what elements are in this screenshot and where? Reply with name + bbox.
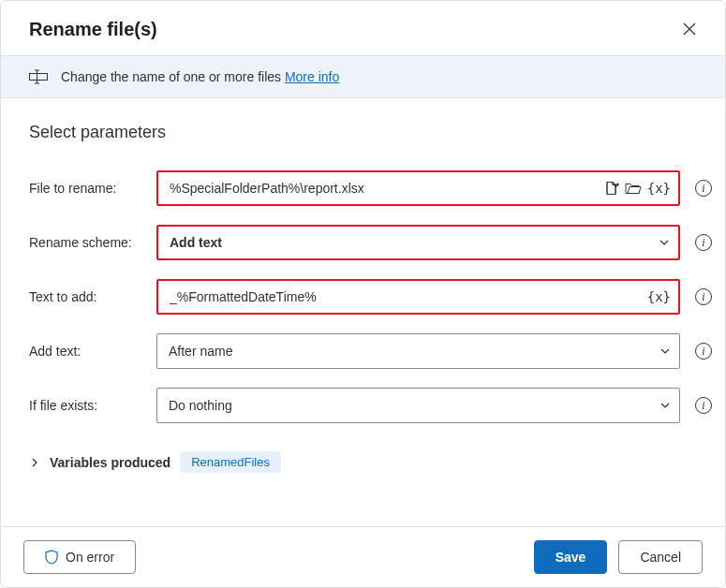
section-heading: Select parameters (29, 123, 697, 142)
close-icon (683, 22, 696, 36)
dialog-title: Rename file(s) (29, 19, 157, 40)
chevron-right-icon (29, 457, 40, 468)
field-label: Text to add: (29, 289, 147, 304)
dialog-footer: On error Save Cancel (1, 526, 725, 587)
field-text-to-add: Text to add: _%FormattedDateTime% {x} i (29, 279, 712, 315)
titlebar: Rename file(s) (1, 1, 725, 55)
field-file-to-rename: File to rename: %SpecialFolderPath%\repo… (29, 170, 712, 206)
save-button[interactable]: Save (534, 540, 608, 574)
field-label: If file exists: (29, 398, 147, 413)
on-error-button[interactable]: On error (23, 540, 136, 574)
help-icon[interactable]: i (695, 397, 712, 414)
chevron-down-icon (659, 345, 672, 358)
file-to-rename-input[interactable]: %SpecialFolderPath%\report.xlsx {x} (156, 170, 680, 206)
cancel-button[interactable]: Cancel (618, 540, 703, 574)
folder-picker-icon[interactable] (625, 182, 642, 195)
text-to-add-input[interactable]: _%FormattedDateTime% {x} (156, 279, 680, 315)
field-label: Rename scheme: (29, 235, 147, 250)
field-add-text-position: Add text: After name i (29, 333, 712, 369)
variable-picker-icon[interactable]: {x} (647, 289, 671, 304)
field-rename-scheme: Rename scheme: Add text i (29, 225, 712, 260)
rename-scheme-select[interactable]: Add text (156, 225, 680, 260)
file-picker-icon[interactable] (604, 181, 619, 196)
banner-text: Change the name of one or more files Mor… (61, 69, 339, 84)
help-icon[interactable]: i (695, 234, 712, 251)
field-if-file-exists: If file exists: Do nothing i (29, 388, 712, 423)
more-info-link[interactable]: More info (285, 69, 339, 84)
field-label: Add text: (29, 344, 147, 359)
svg-rect-1 (37, 74, 48, 81)
variables-produced-row[interactable]: Variables produced RenamedFiles (29, 451, 697, 473)
add-text-position-select[interactable]: After name (156, 333, 680, 369)
variables-produced-label: Variables produced (50, 455, 170, 470)
close-button[interactable] (676, 16, 703, 42)
help-icon[interactable]: i (695, 180, 712, 197)
info-banner: Change the name of one or more files Mor… (1, 55, 725, 98)
chevron-down-icon (659, 399, 672, 412)
variable-picker-icon[interactable]: {x} (647, 181, 671, 196)
parameters-section: File to rename: %SpecialFolderPath%\repo… (1, 152, 725, 423)
rename-files-dialog: Rename file(s) Change the name of one or… (0, 0, 726, 588)
variable-chip[interactable]: RenamedFiles (180, 451, 281, 473)
help-icon[interactable]: i (695, 288, 712, 305)
field-label: File to rename: (29, 181, 147, 196)
shield-icon (45, 550, 58, 565)
rename-icon (29, 69, 48, 84)
chevron-down-icon (658, 236, 671, 249)
help-icon[interactable]: i (695, 343, 712, 360)
if-file-exists-select[interactable]: Do nothing (156, 388, 680, 423)
